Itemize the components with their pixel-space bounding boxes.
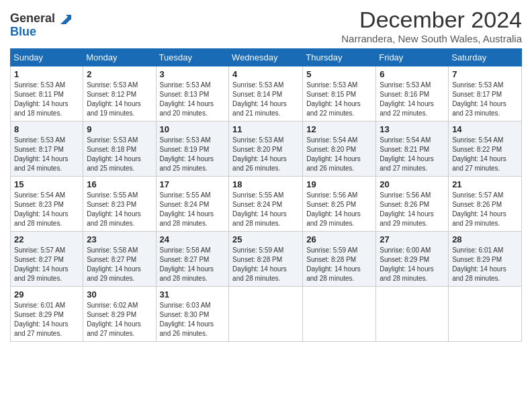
day-number: 24 — [160, 234, 226, 244]
calendar-cell: 8Sunrise: 5:53 AMSunset: 8:17 PMDaylight… — [11, 122, 83, 177]
calendar-cell: 2Sunrise: 5:53 AMSunset: 8:12 PMDaylight… — [83, 66, 156, 122]
day-number: 12 — [306, 124, 372, 134]
day-number: 15 — [14, 179, 79, 189]
day-info: Sunrise: 5:53 AMSunset: 8:13 PMDaylight:… — [160, 81, 226, 118]
day-number: 29 — [14, 289, 79, 300]
day-info: Sunrise: 5:53 AMSunset: 8:15 PMDaylight:… — [306, 81, 372, 118]
calendar-cell: 21Sunrise: 5:57 AMSunset: 8:26 PMDayligh… — [449, 177, 522, 232]
day-number: 25 — [232, 234, 299, 244]
day-info: Sunrise: 5:58 AMSunset: 8:27 PMDaylight:… — [160, 246, 226, 283]
header-friday: Friday — [376, 49, 449, 66]
calendar-cell: 28Sunrise: 6:01 AMSunset: 8:29 PMDayligh… — [449, 232, 522, 287]
day-number: 2 — [87, 69, 152, 79]
calendar-cell — [303, 287, 376, 342]
day-info: Sunrise: 5:57 AMSunset: 8:27 PMDaylight:… — [14, 246, 79, 283]
day-number: 19 — [306, 179, 372, 189]
day-number: 4 — [232, 69, 299, 79]
day-info: Sunrise: 5:53 AMSunset: 8:19 PMDaylight:… — [160, 136, 226, 173]
header-saturday: Saturday — [449, 49, 522, 66]
day-number: 26 — [306, 234, 372, 244]
day-number: 6 — [380, 69, 445, 79]
day-info: Sunrise: 6:01 AMSunset: 8:29 PMDaylight:… — [452, 246, 518, 283]
calendar-cell — [229, 287, 303, 342]
day-number: 9 — [87, 124, 152, 134]
day-info: Sunrise: 5:53 AMSunset: 8:14 PMDaylight:… — [232, 81, 299, 118]
calendar-cell: 11Sunrise: 5:53 AMSunset: 8:20 PMDayligh… — [229, 122, 303, 177]
calendar-cell: 24Sunrise: 5:58 AMSunset: 8:27 PMDayligh… — [156, 232, 229, 287]
day-number: 17 — [160, 179, 226, 189]
day-info: Sunrise: 5:54 AMSunset: 8:21 PMDaylight:… — [380, 136, 445, 173]
day-number: 31 — [160, 289, 226, 300]
day-number: 18 — [232, 179, 299, 189]
calendar-cell: 14Sunrise: 5:54 AMSunset: 8:22 PMDayligh… — [449, 122, 522, 177]
day-number: 5 — [306, 69, 372, 79]
day-info: Sunrise: 5:55 AMSunset: 8:24 PMDaylight:… — [160, 191, 226, 228]
calendar-cell: 18Sunrise: 5:55 AMSunset: 8:24 PMDayligh… — [229, 177, 303, 232]
calendar-cell: 6Sunrise: 5:53 AMSunset: 8:16 PMDaylight… — [376, 66, 449, 122]
calendar-cell: 19Sunrise: 5:56 AMSunset: 8:25 PMDayligh… — [303, 177, 376, 232]
day-info: Sunrise: 6:01 AMSunset: 8:29 PMDaylight:… — [14, 301, 79, 338]
day-info: Sunrise: 6:00 AMSunset: 8:29 PMDaylight:… — [380, 246, 445, 283]
calendar-cell: 30Sunrise: 6:02 AMSunset: 8:29 PMDayligh… — [83, 287, 156, 342]
page: General Blue December 2024 Narrandera, N… — [0, 0, 532, 411]
calendar-cell — [449, 287, 522, 342]
day-info: Sunrise: 5:57 AMSunset: 8:26 PMDaylight:… — [452, 191, 518, 228]
day-number: 21 — [452, 179, 518, 189]
day-number: 20 — [380, 179, 445, 189]
calendar-cell: 13Sunrise: 5:54 AMSunset: 8:21 PMDayligh… — [376, 122, 449, 177]
calendar-cell: 29Sunrise: 6:01 AMSunset: 8:29 PMDayligh… — [11, 287, 83, 342]
calendar-cell: 12Sunrise: 5:54 AMSunset: 8:20 PMDayligh… — [303, 122, 376, 177]
header: General Blue December 2024 Narrandera, N… — [10, 7, 522, 44]
day-info: Sunrise: 5:55 AMSunset: 8:23 PMDaylight:… — [87, 191, 152, 228]
day-info: Sunrise: 5:53 AMSunset: 8:16 PMDaylight:… — [380, 81, 445, 118]
calendar-cell: 4Sunrise: 5:53 AMSunset: 8:14 PMDaylight… — [229, 66, 303, 122]
month-title: December 2024 — [341, 7, 522, 33]
day-info: Sunrise: 5:56 AMSunset: 8:25 PMDaylight:… — [306, 191, 372, 228]
day-number: 30 — [87, 289, 152, 300]
day-number: 27 — [380, 234, 445, 244]
day-number: 7 — [452, 69, 518, 79]
calendar: Sunday Monday Tuesday Wednesday Thursday… — [10, 48, 522, 342]
location-title: Narrandera, New South Wales, Australia — [341, 33, 522, 44]
calendar-cell: 22Sunrise: 5:57 AMSunset: 8:27 PMDayligh… — [11, 232, 83, 287]
header-sunday: Sunday — [11, 49, 83, 66]
calendar-header-row: Sunday Monday Tuesday Wednesday Thursday… — [11, 49, 522, 66]
day-number: 3 — [160, 69, 226, 79]
day-info: Sunrise: 5:53 AMSunset: 8:18 PMDaylight:… — [87, 136, 152, 173]
calendar-cell: 1Sunrise: 5:53 AMSunset: 8:11 PMDaylight… — [11, 66, 83, 122]
calendar-week-row: 29Sunrise: 6:01 AMSunset: 8:29 PMDayligh… — [11, 287, 522, 342]
calendar-week-row: 8Sunrise: 5:53 AMSunset: 8:17 PMDaylight… — [11, 122, 522, 177]
day-info: Sunrise: 5:53 AMSunset: 8:11 PMDaylight:… — [14, 81, 79, 118]
calendar-cell: 31Sunrise: 6:03 AMSunset: 8:30 PMDayligh… — [156, 287, 229, 342]
calendar-cell: 5Sunrise: 5:53 AMSunset: 8:15 PMDaylight… — [303, 66, 376, 122]
day-number: 22 — [14, 234, 79, 244]
day-number: 1 — [14, 69, 79, 79]
day-number: 13 — [380, 124, 445, 134]
calendar-cell: 15Sunrise: 5:54 AMSunset: 8:23 PMDayligh… — [11, 177, 83, 232]
calendar-cell: 17Sunrise: 5:55 AMSunset: 8:24 PMDayligh… — [156, 177, 229, 232]
day-number: 23 — [87, 234, 152, 244]
calendar-cell: 9Sunrise: 5:53 AMSunset: 8:18 PMDaylight… — [83, 122, 156, 177]
day-info: Sunrise: 5:53 AMSunset: 8:17 PMDaylight:… — [14, 136, 79, 173]
calendar-cell — [376, 287, 449, 342]
header-thursday: Thursday — [303, 49, 376, 66]
calendar-week-row: 1Sunrise: 5:53 AMSunset: 8:11 PMDaylight… — [11, 66, 522, 122]
logo: General Blue — [10, 9, 75, 39]
title-block: December 2024 Narrandera, New South Wale… — [341, 7, 522, 44]
logo-text-line2: Blue — [10, 26, 36, 39]
day-number: 11 — [232, 124, 299, 134]
calendar-cell: 20Sunrise: 5:56 AMSunset: 8:26 PMDayligh… — [376, 177, 449, 232]
day-number: 16 — [87, 179, 152, 189]
calendar-cell: 16Sunrise: 5:55 AMSunset: 8:23 PMDayligh… — [83, 177, 156, 232]
calendar-cell: 10Sunrise: 5:53 AMSunset: 8:19 PMDayligh… — [156, 122, 229, 177]
calendar-cell: 26Sunrise: 5:59 AMSunset: 8:28 PMDayligh… — [303, 232, 376, 287]
day-info: Sunrise: 5:59 AMSunset: 8:28 PMDaylight:… — [306, 246, 372, 283]
day-info: Sunrise: 5:53 AMSunset: 8:20 PMDaylight:… — [232, 136, 299, 173]
logo-icon — [56, 9, 75, 28]
day-info: Sunrise: 5:54 AMSunset: 8:20 PMDaylight:… — [306, 136, 372, 173]
calendar-week-row: 15Sunrise: 5:54 AMSunset: 8:23 PMDayligh… — [11, 177, 522, 232]
day-info: Sunrise: 6:03 AMSunset: 8:30 PMDaylight:… — [160, 301, 226, 338]
day-info: Sunrise: 5:59 AMSunset: 8:28 PMDaylight:… — [232, 246, 299, 283]
calendar-cell: 25Sunrise: 5:59 AMSunset: 8:28 PMDayligh… — [229, 232, 303, 287]
header-wednesday: Wednesday — [229, 49, 303, 66]
